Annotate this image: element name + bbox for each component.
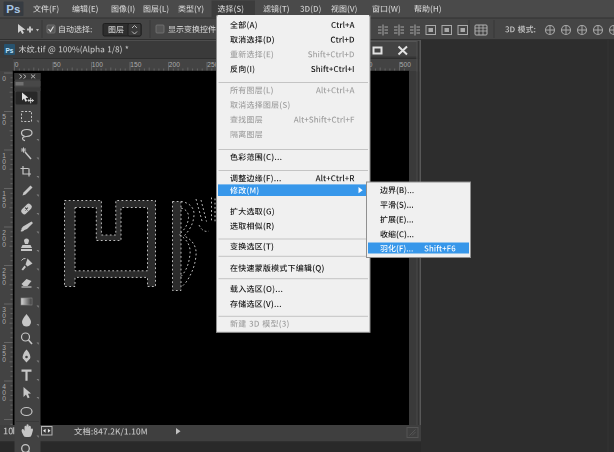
svg-text:0: 0	[2, 119, 6, 126]
svg-text:100: 100	[92, 61, 103, 68]
svg-text:0: 0	[2, 202, 6, 209]
svg-text:0: 0	[2, 318, 6, 325]
svg-text:0: 0	[2, 395, 6, 402]
svg-text:0: 0	[15, 61, 19, 68]
svg-text:0: 0	[2, 356, 6, 363]
svg-text:0: 0	[2, 164, 6, 171]
svg-text:50: 50	[53, 61, 61, 68]
svg-text:500: 500	[400, 61, 411, 68]
svg-text:Ps: Ps	[6, 3, 20, 15]
svg-text:Ps: Ps	[6, 47, 14, 54]
svg-text:0: 0	[2, 75, 6, 82]
svg-text:0: 0	[2, 241, 6, 248]
svg-text:200: 200	[169, 61, 180, 68]
svg-text:150: 150	[130, 61, 141, 68]
svg-text:0: 0	[2, 279, 6, 286]
